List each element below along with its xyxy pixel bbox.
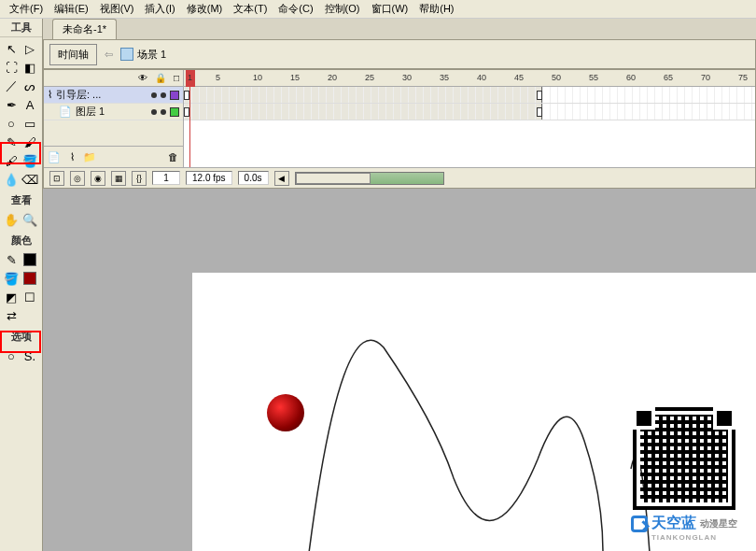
- menu-view[interactable]: 视图(V): [94, 0, 140, 18]
- ink-bottle-tool[interactable]: 🖋: [2, 151, 21, 170]
- end-frame[interactable]: [537, 107, 542, 117]
- timeline-status-bar: ⊡ ◎ ◉ ▦ {} 1 12.0 fps 0.0s ◀: [44, 167, 755, 188]
- ruler-tick: 15: [290, 73, 300, 82]
- onion-skin-outlines-button[interactable]: ◉: [91, 171, 105, 186]
- colors-section-label: 颜色: [0, 231, 42, 248]
- new-folder-button[interactable]: 📁: [82, 149, 97, 164]
- outline-color-1[interactable]: [170, 107, 179, 117]
- scene-breadcrumb[interactable]: 场景 1: [120, 48, 166, 62]
- layer-name-guide: 引导层: ...: [56, 88, 147, 102]
- frame-ruler[interactable]: 1 5 10 15 20 25 30 35 40 45 50 55 60 65 …: [184, 70, 755, 87]
- edit-bar-back-arrow[interactable]: ⇦: [105, 49, 113, 61]
- outline-header-icon[interactable]: □: [174, 73, 179, 83]
- tool-grid: ↖ ▷ ⛶ ◧ ／ ᔕ ✒ A ○ ▭ ✎ 🖌 🖋 🪣 💧 ⌫: [0, 37, 42, 191]
- line-tool[interactable]: ／: [2, 77, 21, 95]
- swap-colors-button[interactable]: ⇄: [2, 306, 21, 325]
- frame-track-guide[interactable]: [184, 87, 755, 104]
- outline-color-guide[interactable]: [170, 91, 179, 100]
- ruler-tick: 45: [514, 73, 524, 82]
- lasso-tool[interactable]: ᔕ: [21, 77, 39, 95]
- zoom-tool[interactable]: 🔍: [21, 210, 39, 229]
- scroll-left-button[interactable]: ◀: [274, 171, 289, 186]
- eyedropper-tool[interactable]: 💧: [2, 170, 21, 189]
- menu-help[interactable]: 帮助(H): [413, 0, 459, 18]
- playhead-line: [189, 87, 190, 167]
- delete-layer-button[interactable]: 🗑: [165, 149, 180, 164]
- layer-name-1: 图层 1: [76, 105, 147, 119]
- stroke-color-icon: ✎: [2, 250, 21, 269]
- ruler-tick: 35: [440, 73, 449, 82]
- layer-row-guide[interactable]: ⌇ 引导层: ...: [44, 87, 183, 104]
- lock-dot[interactable]: [161, 109, 166, 115]
- scene-label: 场景 1: [137, 48, 166, 62]
- gradient-transform-tool[interactable]: ◧: [21, 58, 39, 77]
- option-smooth[interactable]: S.: [21, 346, 39, 365]
- elapsed-time-display: 0.0s: [238, 171, 269, 185]
- ruler-tick: 70: [701, 73, 710, 82]
- pencil-tool[interactable]: ✎: [2, 133, 21, 151]
- visibility-dot[interactable]: [151, 109, 157, 115]
- fill-color-swatch[interactable]: [21, 269, 39, 288]
- ruler-tick: 60: [626, 73, 636, 82]
- current-frame-display: 1: [152, 171, 180, 185]
- center-frame-button[interactable]: ⊡: [49, 171, 64, 186]
- ruler-tick: 40: [477, 73, 486, 82]
- edit-multiple-frames-button[interactable]: ▦: [111, 171, 126, 186]
- paint-bucket-tool[interactable]: 🪣: [21, 151, 39, 170]
- new-guide-layer-button[interactable]: ⌇: [64, 149, 79, 164]
- free-transform-tool[interactable]: ⛶: [2, 58, 21, 77]
- rectangle-tool[interactable]: ▭: [21, 114, 39, 133]
- default-colors-button[interactable]: ◩: [2, 288, 21, 306]
- visibility-header-icon[interactable]: 👁: [138, 73, 147, 83]
- oval-tool[interactable]: ○: [2, 114, 21, 133]
- ruler-tick: 5: [216, 73, 220, 82]
- layer-icon: 📄: [59, 106, 72, 118]
- stroke-color-swatch[interactable]: [21, 250, 39, 269]
- layer-row-1[interactable]: 📄 图层 1: [44, 104, 183, 120]
- timeline-toggle-button[interactable]: 时间轴: [49, 44, 97, 65]
- menu-control[interactable]: 控制(O): [319, 0, 366, 18]
- qr-code: [633, 407, 735, 510]
- menu-insert[interactable]: 插入(I): [139, 0, 180, 18]
- text-tool[interactable]: A: [21, 95, 39, 114]
- document-tab[interactable]: 未命名-1*: [52, 19, 117, 39]
- end-frame[interactable]: [537, 91, 542, 100]
- menu-window[interactable]: 窗口(W): [366, 0, 414, 18]
- pen-tool[interactable]: ✒: [2, 95, 21, 114]
- view-section-label: 查看: [0, 191, 42, 208]
- eraser-tool[interactable]: ⌫: [21, 170, 39, 189]
- onion-skin-button[interactable]: ◎: [70, 171, 85, 186]
- ruler-tick: 30: [402, 73, 412, 82]
- ruler-tick: 55: [589, 73, 598, 82]
- brand-logo-icon: [631, 516, 648, 532]
- menu-modify[interactable]: 修改(M): [181, 0, 229, 18]
- layer-header: 👁 🔒 □: [44, 70, 183, 87]
- brand-name-pinyin: TIANKONGLAN: [623, 533, 745, 542]
- new-layer-button[interactable]: 📄: [47, 149, 62, 164]
- menu-bar: 文件(F) 编辑(E) 视图(V) 插入(I) 修改(M) 文本(T) 命令(C…: [0, 0, 756, 19]
- selection-tool[interactable]: ↖: [2, 39, 21, 58]
- brand-watermark: 天空蓝 动漫星空 TIANKONGLAN: [623, 407, 745, 542]
- timeline-scrollbar[interactable]: [295, 172, 444, 185]
- stage-area[interactable]: jingyan 天空蓝 动漫星空 TIANKONGLAN: [43, 189, 756, 551]
- brush-tool[interactable]: 🖌: [21, 133, 39, 151]
- menu-commands[interactable]: 命令(C): [273, 0, 318, 18]
- tools-panel: 工具 ↖ ▷ ⛶ ◧ ／ ᔕ ✒ A ○ ▭ ✎ 🖌 🖋 🪣 💧 ⌫ 查看 ✋ …: [0, 19, 43, 551]
- layer-footer: 📄 ⌇ 📁 🗑: [44, 146, 183, 167]
- visibility-dot[interactable]: [151, 92, 157, 98]
- menu-edit[interactable]: 编辑(E): [49, 0, 94, 18]
- frame-track-layer1[interactable]: [184, 104, 755, 120]
- hand-tool[interactable]: ✋: [2, 210, 21, 229]
- lock-dot[interactable]: [161, 92, 166, 98]
- menu-text[interactable]: 文本(T): [228, 0, 273, 18]
- option-straighten[interactable]: ○: [2, 346, 21, 365]
- edit-bar: 时间轴 ⇦ 场景 1: [43, 39, 756, 69]
- no-color-button[interactable]: ☐: [21, 288, 39, 306]
- modify-onion-markers-button[interactable]: {}: [132, 171, 147, 186]
- subselection-tool[interactable]: ▷: [21, 39, 39, 58]
- menu-file[interactable]: 文件(F): [4, 0, 49, 18]
- scene-icon: [120, 48, 133, 61]
- brand-name-cn: 天空蓝 动漫星空: [623, 514, 745, 533]
- lock-header-icon[interactable]: 🔒: [155, 73, 166, 83]
- options-section-label: 选项: [0, 327, 42, 345]
